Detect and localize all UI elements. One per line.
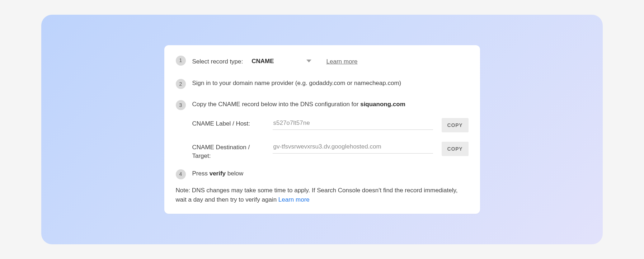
cname-label-row: CNAME Label / Host: COPY — [192, 118, 469, 132]
record-type-value: CNAME — [252, 57, 274, 66]
step-1-row: 1 Select record type: CNAME Learn more — [176, 55, 469, 68]
cname-label-host-label: CNAME Label / Host: — [192, 118, 264, 128]
step-2-badge: 2 — [176, 79, 186, 89]
learn-more-link-bottom[interactable]: Learn more — [278, 196, 310, 203]
step-2-text: Sign in to your domain name provider (e.… — [192, 79, 401, 88]
cname-label-host-input[interactable] — [273, 118, 433, 130]
step-1-label: Select record type: — [192, 57, 243, 66]
step-2-row: 2 Sign in to your domain name provider (… — [176, 79, 469, 89]
chevron-down-icon — [306, 60, 311, 62]
dns-verification-card: 1 Select record type: CNAME Learn more 2… — [164, 45, 480, 214]
learn-more-link-top[interactable]: Learn more — [326, 57, 358, 66]
cname-destination-input[interactable] — [273, 142, 433, 154]
step-3-badge: 3 — [176, 100, 186, 110]
step-1-badge: 1 — [176, 56, 186, 66]
copy-label-button[interactable]: COPY — [442, 118, 469, 132]
step-4-row: 4 Press verify below — [176, 169, 469, 179]
copy-destination-button[interactable]: COPY — [442, 142, 469, 156]
background-frame: 1 Select record type: CNAME Learn more 2… — [41, 15, 603, 244]
cname-destination-label: CNAME Destination / Target: — [192, 142, 264, 160]
step-4-badge: 4 — [176, 169, 186, 179]
step-4-prefix: Press — [192, 170, 210, 177]
step-3-text: Copy the CNAME record below into the DNS… — [192, 101, 361, 108]
step-3-domain: siquanong.com — [360, 101, 405, 108]
step-3-row: 3 Copy the CNAME record below into the D… — [176, 100, 469, 110]
note-text: Note: DNS changes may take some time to … — [176, 187, 458, 203]
cname-fields: CNAME Label / Host: COPY CNAME Destinati… — [192, 118, 469, 160]
step-4-bold: verify — [210, 170, 226, 177]
record-type-select[interactable]: CNAME — [251, 55, 313, 68]
note-text-block: Note: DNS changes may take some time to … — [176, 186, 469, 205]
cname-destination-row: CNAME Destination / Target: COPY — [192, 142, 469, 160]
step-4-suffix: below — [226, 170, 243, 177]
